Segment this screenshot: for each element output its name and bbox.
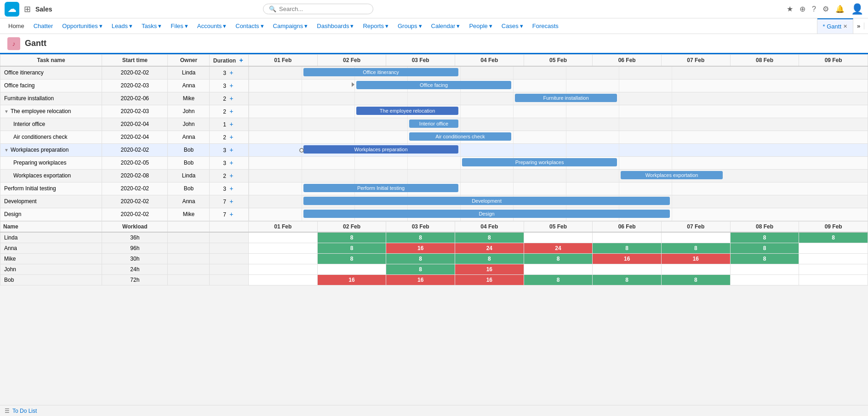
tab-gantt[interactable]: * Gantt ✕ (817, 18, 853, 34)
wl-empty-1 (168, 221, 210, 232)
gear-icon[interactable]: ⚙ (822, 5, 829, 13)
salesforce-logo: ☁ (5, 2, 19, 17)
add-row-btn[interactable]: + (228, 198, 235, 205)
gantt-bar[interactable]: Design (303, 210, 670, 218)
search-bar: 🔍 (263, 4, 373, 14)
table-row[interactable]: ▼Workplaces preparation2020-02-02Bob3 +W… (0, 143, 868, 156)
nav-campaigns[interactable]: Campaigns ▾ (268, 18, 313, 34)
task-owner: Linda (168, 169, 210, 182)
avatar-icon[interactable]: 👤 (851, 3, 863, 15)
table-row[interactable]: Furniture installation2020-02-06Mike2 +F… (0, 92, 868, 105)
help-icon[interactable]: ? (812, 5, 816, 13)
chevron-groups: ▾ (419, 23, 422, 29)
add-column-btn[interactable]: + (238, 57, 245, 64)
gantt-bar[interactable]: Development (303, 197, 670, 205)
nav-tasks[interactable]: Tasks ▾ (137, 18, 166, 34)
gantt-bar[interactable]: Interior office (409, 120, 458, 128)
add-row-btn[interactable]: + (228, 95, 235, 102)
table-row[interactable]: Office facing2020-02-03Anna3 +Office fac… (0, 79, 868, 92)
add-row-btn[interactable]: + (228, 69, 235, 76)
add-row-btn[interactable]: + (228, 211, 235, 218)
add-row-btn[interactable]: + (228, 172, 235, 179)
nav-files[interactable]: Files ▾ (166, 18, 192, 34)
nav-accounts[interactable]: Accounts ▾ (193, 18, 231, 34)
wl-day-cell (317, 264, 386, 274)
task-owner: Anna (168, 79, 210, 92)
add-row-btn[interactable]: + (228, 133, 235, 141)
expand-icon[interactable]: ▼ (4, 109, 9, 114)
nav-home[interactable]: Home (4, 18, 29, 34)
col-start-header: Start time (102, 55, 168, 67)
nav-people[interactable]: People ▾ (464, 18, 497, 34)
wl-day-cell: 8 (455, 253, 524, 264)
add-row-btn[interactable]: + (228, 146, 235, 154)
gantt-bar[interactable]: Preparing workplaces (462, 158, 617, 166)
task-name-cell: Office itinerancy (0, 66, 102, 79)
gantt-bar[interactable]: Perform Initial testing (303, 184, 458, 192)
gantt-bar[interactable]: The employee relocation (356, 107, 458, 115)
task-duration: 7 + (210, 208, 249, 221)
workload-row: Linda36h88888 (0, 232, 868, 243)
gantt-bar[interactable]: Workplaces exportation (621, 171, 723, 179)
table-row[interactable]: Interior office2020-02-04John1 +Interior… (0, 118, 868, 131)
table-row[interactable]: Air conditioners check2020-02-04Anna2 +A… (0, 131, 868, 143)
close-tab-icon[interactable]: ✕ (843, 23, 847, 29)
wl-day-cell: 16 (661, 253, 730, 264)
bell-icon[interactable]: 🔔 (835, 5, 845, 13)
gantt-bar[interactable]: Office facing (356, 81, 511, 89)
nav-chatter[interactable]: Chatter (29, 18, 58, 34)
nav-cases[interactable]: Cases ▾ (497, 18, 528, 34)
wl-date-6: 07 Feb (661, 221, 730, 232)
apps-grid-icon[interactable]: ⊞ (24, 4, 31, 14)
table-row[interactable]: Workplaces exportation2020-02-08Linda2 +… (0, 169, 868, 182)
wl-day-cell: 8 (730, 243, 799, 253)
table-row[interactable]: Development2020-02-02Anna7 +Development (0, 195, 868, 208)
chevron-contacts: ▾ (261, 23, 264, 29)
add-row-btn[interactable]: + (228, 120, 235, 128)
wl-day-cell (799, 274, 868, 285)
add-row-btn[interactable]: + (228, 159, 235, 166)
plus-icon[interactable]: ⊕ (799, 5, 805, 13)
task-name: Perform Initial testing (4, 185, 56, 192)
gantt-bar[interactable]: Air conditioners check (409, 132, 511, 141)
add-row-btn[interactable]: + (228, 185, 235, 192)
gantt-bar[interactable]: Workplaces preparation (303, 145, 458, 154)
wl-empty-col1 (168, 243, 210, 253)
task-name: Interior office (13, 121, 45, 127)
search-input[interactable] (279, 6, 353, 12)
chevron-leads: ▾ (129, 23, 132, 29)
expand-icon[interactable]: ▼ (4, 148, 9, 153)
wl-day-cell: 8 (317, 232, 386, 243)
add-row-btn[interactable]: + (228, 82, 235, 89)
wl-empty-col1 (168, 264, 210, 274)
wl-person-name: Anna (0, 243, 102, 253)
add-row-btn[interactable]: + (228, 108, 235, 115)
nav-reports[interactable]: Reports ▾ (358, 18, 393, 34)
wl-empty-col2 (210, 274, 249, 285)
nav-contacts[interactable]: Contacts ▾ (231, 18, 268, 34)
gantt-bar[interactable]: Office itinerancy (303, 68, 458, 76)
task-start: 2020-02-05 (102, 156, 168, 169)
todo-label[interactable]: To Do List (12, 408, 37, 414)
table-row[interactable]: ▼The employee relocation2020-02-03John2 … (0, 105, 868, 118)
table-row[interactable]: Preparing workplaces2020-02-05Bob3 +Prep… (0, 156, 868, 169)
nav-calendar[interactable]: Calendar ▾ (427, 18, 465, 34)
nav-forecasts[interactable]: Forecasts (528, 18, 563, 34)
wl-day-cell: 24 (455, 243, 524, 253)
task-owner: Anna (168, 195, 210, 208)
nav-opportunities[interactable]: Opportunities ▾ (57, 18, 107, 34)
nav-dashboards[interactable]: Dashboards ▾ (312, 18, 358, 34)
expand-nav-icon[interactable]: » (853, 23, 864, 29)
task-name-cell: Air conditioners check (0, 131, 102, 143)
table-row[interactable]: Office itinerancy2020-02-02Linda3 +Offic… (0, 66, 868, 79)
table-row[interactable]: Design2020-02-02Mike7 +Design (0, 208, 868, 221)
nav-leads[interactable]: Leads ▾ (107, 18, 137, 34)
table-row[interactable]: Perform Initial testing2020-02-02Bob3 +P… (0, 182, 868, 195)
star-icon[interactable]: ★ (787, 5, 793, 13)
wl-date-2: 03 Feb (386, 221, 455, 232)
task-start: 2020-02-04 (102, 131, 168, 143)
task-name-cell: Furniture installation (0, 92, 102, 105)
workload-row: Bob72h161616888 (0, 274, 868, 285)
gantt-bar[interactable]: Furniture installation (515, 94, 617, 102)
nav-groups[interactable]: Groups ▾ (393, 18, 427, 34)
